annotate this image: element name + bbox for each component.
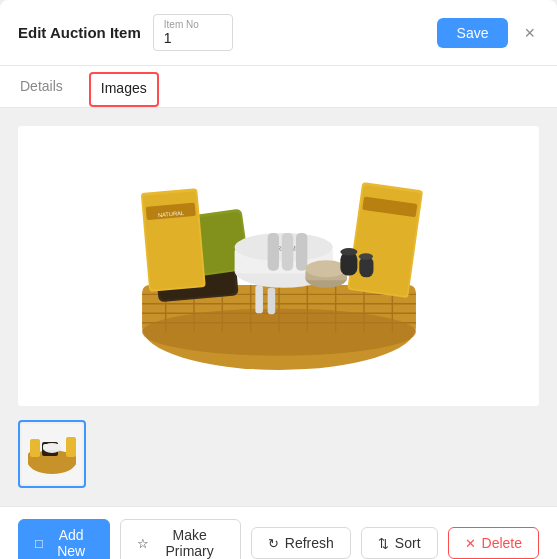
main-image: NATURAL CREAM xyxy=(18,126,539,406)
svg-rect-42 xyxy=(255,285,263,313)
svg-rect-33 xyxy=(281,233,292,271)
add-new-button[interactable]: □ Add New xyxy=(18,519,110,559)
tab-images[interactable]: Images xyxy=(89,72,159,107)
footer-toolbar: □ Add New ☆ Make Primary ↻ Refresh ⇅ Sor… xyxy=(0,506,557,559)
delete-icon: ✕ xyxy=(465,536,476,551)
thumbnail-item[interactable] xyxy=(18,420,86,488)
item-no-value: 1 xyxy=(164,30,222,46)
tab-content: NATURAL CREAM xyxy=(0,108,557,506)
sort-icon: ⇅ xyxy=(378,536,389,551)
svg-rect-47 xyxy=(30,439,40,457)
sort-button[interactable]: ⇅ Sort xyxy=(361,527,438,559)
delete-button[interactable]: ✕ Delete xyxy=(448,527,539,559)
product-image: NATURAL CREAM xyxy=(109,136,449,396)
item-no-label: Item No xyxy=(164,19,222,30)
edit-auction-modal: Edit Auction Item Item No 1 Save × Detai… xyxy=(0,0,557,559)
star-icon: ☆ xyxy=(137,536,149,551)
tab-details[interactable]: Details xyxy=(18,66,65,108)
make-primary-button[interactable]: ☆ Make Primary xyxy=(120,519,240,559)
save-button[interactable]: Save xyxy=(437,18,509,48)
item-no-field[interactable]: Item No 1 xyxy=(153,14,233,51)
svg-point-39 xyxy=(340,248,357,256)
svg-rect-34 xyxy=(296,233,307,271)
modal-header: Edit Auction Item Item No 1 Save × xyxy=(0,0,557,66)
tabs-bar: Details Images xyxy=(0,66,557,108)
svg-rect-48 xyxy=(66,437,76,457)
modal-title: Edit Auction Item xyxy=(18,24,141,41)
refresh-button[interactable]: ↻ Refresh xyxy=(251,527,351,559)
main-image-area: NATURAL CREAM xyxy=(18,126,539,406)
svg-point-41 xyxy=(358,253,372,260)
thumbnails-row xyxy=(18,420,539,488)
svg-rect-43 xyxy=(267,288,275,314)
refresh-icon: ↻ xyxy=(268,536,279,551)
svg-point-16 xyxy=(142,309,416,356)
close-button[interactable]: × xyxy=(520,20,539,46)
svg-rect-51 xyxy=(43,444,61,450)
svg-rect-32 xyxy=(267,233,278,271)
add-icon: □ xyxy=(35,536,43,551)
thumbnail-image xyxy=(22,424,82,484)
